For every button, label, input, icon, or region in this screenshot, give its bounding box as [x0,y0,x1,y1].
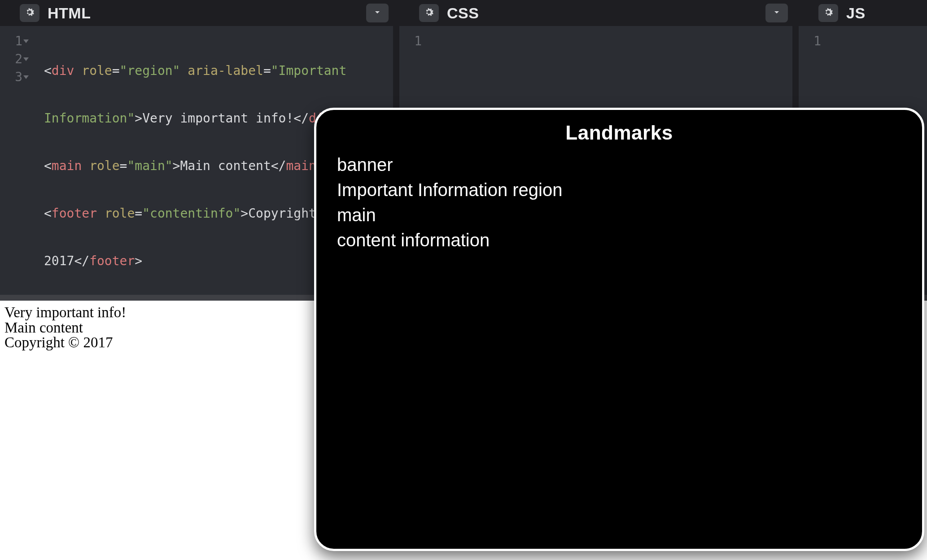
html-gutter: 1 2 3 [0,26,28,295]
rotor-title: Landmarks [337,122,901,144]
panel-html-title: HTML [48,4,366,22]
panel-js-settings-button[interactable] [818,4,838,22]
rotor-item[interactable]: main [337,202,901,228]
gutter-line: 1 [399,32,427,50]
rotor-item[interactable]: content information [337,228,901,253]
panel-js-header: JS [799,0,927,26]
chevron-down-icon [771,7,782,19]
gutter-line: 3 [0,68,28,86]
gutter-line: 1 [799,32,826,50]
rotor-item[interactable]: banner [337,152,901,177]
panel-js-title: JS [846,4,923,22]
gear-icon [24,6,35,20]
panel-html-header: HTML [0,0,393,26]
gutter-line: 1 [0,32,28,50]
chevron-down-icon [372,7,383,19]
panel-css-menu-button[interactable] [765,4,788,22]
gear-icon [423,6,435,20]
gear-icon [822,6,834,20]
rotor-item[interactable]: Important Information region [337,177,901,202]
code-line: <div role="region" aria-label="Important [44,62,386,80]
panel-html-menu-button[interactable] [366,4,389,22]
voiceover-rotor-panel[interactable]: Landmarks banner Important Information r… [314,108,924,551]
panel-html-settings-button[interactable] [20,4,39,22]
panel-css-settings-button[interactable] [419,4,439,22]
gutter-line: 2 [0,50,28,68]
panel-css-header: CSS [399,0,792,26]
panel-css-title: CSS [447,4,765,22]
